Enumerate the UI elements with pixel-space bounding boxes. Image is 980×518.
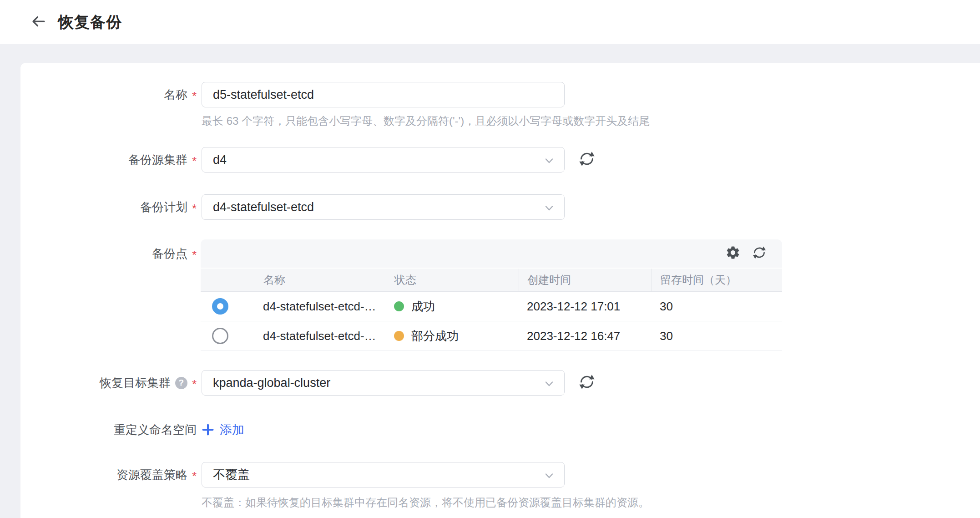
overwrite-policy-field: 不覆盖 xyxy=(202,462,565,488)
backup-point-table-header: 名称 状态 创建时间 留存时间（天） xyxy=(201,268,782,292)
status-text: 部分成功 xyxy=(411,328,459,344)
page-header: 恢复备份 xyxy=(0,0,980,44)
source-cluster-value: d4 xyxy=(213,153,227,167)
retention-days: 30 xyxy=(652,321,782,350)
page-title: 恢复备份 xyxy=(58,12,122,33)
target-cluster-field: kpanda-global-cluster xyxy=(202,370,565,396)
overwrite-policy-help-text: 不覆盖：如果待恢复的目标集群中存在同名资源，将不使用已备份资源覆盖目标集群的资源… xyxy=(202,495,649,510)
required-asterisk: * xyxy=(192,155,197,167)
add-namespace-button[interactable]: 添加 xyxy=(202,417,244,442)
created-time: 2023-12-12 17:01 xyxy=(519,292,652,321)
table-refresh-button[interactable] xyxy=(751,245,768,262)
gear-icon xyxy=(725,245,741,262)
radio-column-header xyxy=(201,269,255,291)
radio-cell xyxy=(201,292,255,321)
backup-plan-select[interactable]: d4-statefulset-etcd xyxy=(202,194,565,220)
required-asterisk: * xyxy=(192,470,197,482)
redefine-namespace-label-text: 重定义命名空间 xyxy=(114,422,197,438)
redefine-namespace-field: 添加 xyxy=(202,417,244,442)
column-header-retention: 留存时间（天） xyxy=(652,269,782,291)
help-question-icon[interactable]: ? xyxy=(175,377,187,389)
required-asterisk: * xyxy=(192,203,197,214)
restore-backup-page: 恢复备份 名称 * 最长 63 个字符，只能包含小写字母、数字及分隔符('-')… xyxy=(0,0,980,518)
backup-point-label-text: 备份点 xyxy=(152,246,187,262)
source-cluster-label: 备份源集群 * xyxy=(20,147,197,173)
plus-icon xyxy=(202,423,214,436)
backup-point-name: d4-statefulset-etcd-… xyxy=(255,321,386,350)
source-cluster-label-text: 备份源集群 xyxy=(128,152,187,168)
overwrite-policy-label-text: 资源覆盖策略 xyxy=(116,467,187,483)
status-cell: 成功 xyxy=(386,292,519,321)
source-cluster-select[interactable]: d4 xyxy=(202,147,565,173)
backup-plan-label: 备份计划 * xyxy=(20,194,197,220)
target-cluster-refresh-button[interactable] xyxy=(576,372,598,394)
chevron-down-icon xyxy=(543,470,555,483)
required-asterisk: * xyxy=(192,378,197,390)
status-text: 成功 xyxy=(411,299,435,315)
back-arrow-icon xyxy=(30,13,46,31)
overwrite-policy-value: 不覆盖 xyxy=(213,467,250,483)
overwrite-policy-select[interactable]: 不覆盖 xyxy=(202,462,565,488)
name-input[interactable] xyxy=(202,82,565,107)
status-dot-success xyxy=(394,301,404,311)
required-asterisk: * xyxy=(192,249,197,261)
backup-point-radio-unselected[interactable] xyxy=(212,328,228,344)
name-field-wrap xyxy=(202,82,565,107)
source-cluster-refresh-button[interactable] xyxy=(576,149,598,171)
chevron-down-icon xyxy=(543,202,555,216)
refresh-icon xyxy=(752,245,767,262)
backup-point-label: 备份点 * xyxy=(20,239,197,268)
backup-point-name: d4-statefulset-etcd-… xyxy=(255,292,386,321)
created-time: 2023-12-12 16:47 xyxy=(519,321,652,350)
status-dot-partial xyxy=(394,331,404,341)
required-asterisk: * xyxy=(192,90,197,102)
column-header-name: 名称 xyxy=(255,269,386,291)
add-button-label: 添加 xyxy=(220,422,244,438)
backup-point-toolbar xyxy=(201,239,782,268)
column-header-created: 创建时间 xyxy=(519,269,652,291)
status-cell: 部分成功 xyxy=(386,321,519,350)
backup-point-panel: 名称 状态 创建时间 留存时间（天） d4-statefulset-etcd-…… xyxy=(201,239,782,351)
redefine-namespace-label: 重定义命名空间 xyxy=(20,417,197,442)
chevron-down-icon xyxy=(543,155,555,168)
name-label-text: 名称 xyxy=(164,87,187,103)
radio-cell xyxy=(201,321,255,350)
backup-point-row[interactable]: d4-statefulset-etcd-… 成功 2023-12-12 17:0… xyxy=(201,292,782,321)
form-card: 名称 * 最长 63 个字符，只能包含小写字母、数字及分隔符('-')，且必须以… xyxy=(20,63,980,518)
chevron-down-icon xyxy=(543,378,555,391)
name-help-text: 最长 63 个字符，只能包含小写字母、数字及分隔符('-')，且必须以小写字母或… xyxy=(202,114,650,128)
refresh-icon xyxy=(578,373,596,393)
backup-plan-value: d4-statefulset-etcd xyxy=(213,200,314,214)
target-cluster-value: kpanda-global-cluster xyxy=(213,376,330,390)
retention-days: 30 xyxy=(652,292,782,321)
backup-point-radio-selected[interactable] xyxy=(212,298,228,315)
source-cluster-field: d4 xyxy=(202,147,565,173)
target-cluster-select[interactable]: kpanda-global-cluster xyxy=(202,370,565,396)
backup-plan-label-text: 备份计划 xyxy=(140,199,187,215)
column-header-status: 状态 xyxy=(386,269,519,291)
overwrite-policy-label: 资源覆盖策略 * xyxy=(20,462,197,488)
backup-point-row[interactable]: d4-statefulset-etcd-… 部分成功 2023-12-12 16… xyxy=(201,321,782,351)
name-label: 名称 * xyxy=(20,82,197,107)
refresh-icon xyxy=(578,150,596,170)
backup-plan-field: d4-statefulset-etcd xyxy=(202,194,565,220)
column-settings-button[interactable] xyxy=(725,245,741,262)
target-cluster-label-text: 恢复目标集群 xyxy=(100,375,171,391)
target-cluster-label: 恢复目标集群 ? * xyxy=(20,370,197,396)
back-button[interactable] xyxy=(28,12,48,32)
